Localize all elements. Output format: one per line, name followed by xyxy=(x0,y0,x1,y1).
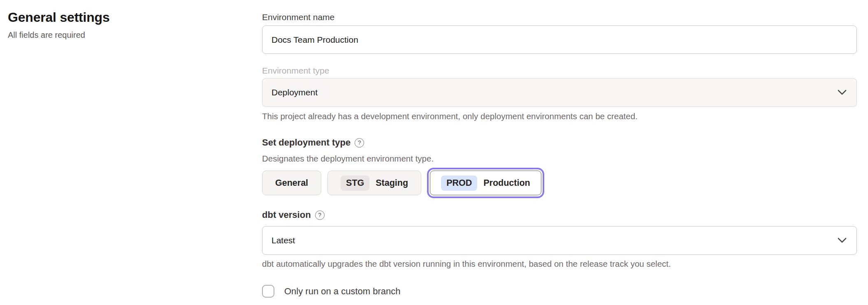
environment-name-input[interactable] xyxy=(262,25,857,54)
custom-branch-row: Only run on a custom branch xyxy=(262,285,857,298)
deployment-type-label: Set deployment type xyxy=(262,138,350,148)
help-icon[interactable]: ? xyxy=(355,138,364,148)
deployment-type-helper: Designates the deployment environment ty… xyxy=(262,154,857,163)
deployment-type-options: General STG Staging PROD Production xyxy=(262,171,857,195)
deployment-type-section-label: Set deployment type ? xyxy=(262,138,857,148)
dbt-version-helper: dbt automatically upgrades the dbt versi… xyxy=(262,259,857,268)
dbt-version-label: dbt version xyxy=(262,210,311,220)
option-label: Staging xyxy=(376,178,408,188)
environment-type-select: Deployment xyxy=(262,78,857,107)
custom-branch-checkbox[interactable] xyxy=(262,285,274,298)
option-label: Production xyxy=(483,178,530,188)
settings-header: General settings All fields are required xyxy=(8,9,238,40)
production-badge: PROD xyxy=(441,176,477,191)
custom-branch-label: Only run on a custom branch xyxy=(284,286,400,297)
chevron-down-icon xyxy=(838,238,847,243)
environment-type-value: Deployment xyxy=(272,88,318,97)
deployment-type-option-general[interactable]: General xyxy=(262,171,321,195)
chevron-down-icon xyxy=(838,90,847,95)
option-label: General xyxy=(275,178,308,188)
staging-badge: STG xyxy=(341,176,369,191)
environment-type-label: Environment type xyxy=(262,66,857,75)
dbt-version-section-label: dbt version ? xyxy=(262,210,857,220)
dbt-version-select[interactable]: Latest xyxy=(262,226,857,255)
general-settings-form: Environment name Environment type Deploy… xyxy=(262,12,857,298)
page-subtitle: All fields are required xyxy=(8,30,238,40)
dbt-version-value: Latest xyxy=(272,236,295,245)
environment-name-label: Environment name xyxy=(262,12,857,22)
page-title: General settings xyxy=(8,9,238,25)
deployment-type-option-staging[interactable]: STG Staging xyxy=(327,171,421,195)
deployment-type-option-production[interactable]: PROD Production xyxy=(430,171,541,195)
environment-type-helper: This project already has a development e… xyxy=(262,111,857,121)
help-icon[interactable]: ? xyxy=(315,210,325,220)
